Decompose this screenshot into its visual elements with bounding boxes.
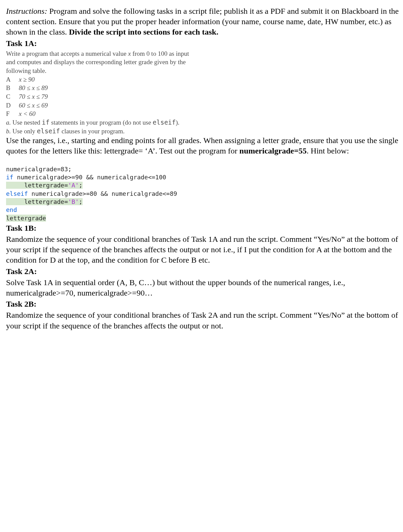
instructions-paragraph: Instructions: Program and solve the foll… bbox=[6, 6, 399, 38]
sub-b-code: elseif bbox=[37, 127, 60, 135]
code-line-3c: ; bbox=[79, 182, 83, 189]
grade-cond: 70 ≤ x ≤ 79 bbox=[19, 92, 48, 101]
task-2b-title: Task 2B: bbox=[6, 299, 399, 309]
code-line-5c: ; bbox=[79, 198, 83, 205]
code-hint: numericalgrade=83; if numericalgrade>=90… bbox=[6, 157, 399, 222]
code-kw-elseif: elseif bbox=[6, 190, 28, 197]
task-1a-var: x bbox=[128, 50, 131, 57]
task-1b-title: Task 1B: bbox=[6, 223, 399, 233]
instructions-label: Instructions: bbox=[6, 7, 47, 15]
task-1a-intro-2: from 0 to 100 as input bbox=[131, 50, 189, 57]
grade-row-c: C 70 ≤ x ≤ 79 bbox=[6, 92, 399, 101]
sub-b-text-1: Use only bbox=[12, 128, 37, 135]
grade-row-f: F x < 60 bbox=[6, 109, 399, 118]
sub-a-text-1: Use nested bbox=[12, 119, 42, 126]
task-1a-prompt: Write a program that accepts a numerical… bbox=[6, 49, 399, 135]
code-line-1: numericalgrade=83; bbox=[6, 166, 72, 173]
sub-a-label: a. bbox=[6, 119, 11, 126]
task-1a-sub-a: a. Use nested if statements in your prog… bbox=[6, 118, 399, 127]
code-kw-if: if bbox=[6, 174, 13, 181]
code-line-3a: lettergrade= bbox=[6, 182, 68, 189]
sub-a-code-2: elseif bbox=[153, 119, 176, 126]
grade-row-d: D 60 ≤ x ≤ 69 bbox=[6, 101, 399, 110]
grade-cond: x < 60 bbox=[19, 109, 36, 118]
code-line-7: lettergrade bbox=[6, 215, 46, 222]
sub-a-text-2: statements in your program (do not use bbox=[49, 119, 152, 126]
task-1a-para-bold: numericalgrade=55 bbox=[239, 146, 307, 155]
grade-cond: x ≥ 90 bbox=[19, 75, 35, 84]
sub-b-label: b. bbox=[6, 128, 11, 135]
task-1a-intro-4: following table. bbox=[6, 66, 399, 75]
grade-letter: A bbox=[6, 75, 13, 84]
grade-letter: D bbox=[6, 101, 13, 110]
task-1b-body: Randomize the sequence of your condition… bbox=[6, 234, 399, 266]
code-kw-end: end bbox=[6, 206, 17, 213]
task-1a-sub-b: b. Use only elseif clauses in your progr… bbox=[6, 127, 399, 136]
grade-letter: C bbox=[6, 92, 13, 101]
code-str-b: 'B' bbox=[68, 198, 79, 205]
sub-a-text-3: ). bbox=[176, 119, 179, 126]
code-line-4b: numericalgrade>=80 && numericalgrade<=89 bbox=[28, 190, 177, 197]
task-2b-body: Randomize the sequence of your condition… bbox=[6, 310, 399, 331]
code-line-5a: lettergrade= bbox=[6, 198, 68, 205]
grade-letter: B bbox=[6, 84, 13, 92]
task-1a-intro-1: Write a program that accepts a numerical… bbox=[6, 50, 128, 57]
code-line-2b: numericalgrade>=90 && numericalgrade<=10… bbox=[13, 174, 166, 181]
sub-a-code-1: if bbox=[42, 119, 50, 126]
task-2a-title: Task 2A: bbox=[6, 266, 399, 277]
task-1a-para: Use the ranges, i.e., starting and endin… bbox=[6, 135, 399, 156]
task-1a-title: Task 1A: bbox=[6, 38, 399, 49]
instructions-bold: Divide the script into sections for each… bbox=[69, 28, 218, 36]
task-2a-body: Solve Task 1A in sequential order (A, B,… bbox=[6, 277, 399, 298]
grade-cond: 80 ≤ x ≤ 89 bbox=[19, 84, 48, 92]
sub-b-text-2: clauses in your program. bbox=[60, 128, 125, 135]
task-1a-intro-3: and computes and displays the correspond… bbox=[6, 58, 399, 66]
grade-row-a: A x ≥ 90 bbox=[6, 75, 399, 84]
grade-letter: F bbox=[6, 109, 13, 118]
grade-row-b: B 80 ≤ x ≤ 89 bbox=[6, 84, 399, 92]
grade-cond: 60 ≤ x ≤ 69 bbox=[19, 101, 48, 110]
task-1a-para-2: . Hint below: bbox=[307, 146, 349, 155]
code-str-a: 'A' bbox=[68, 182, 79, 189]
